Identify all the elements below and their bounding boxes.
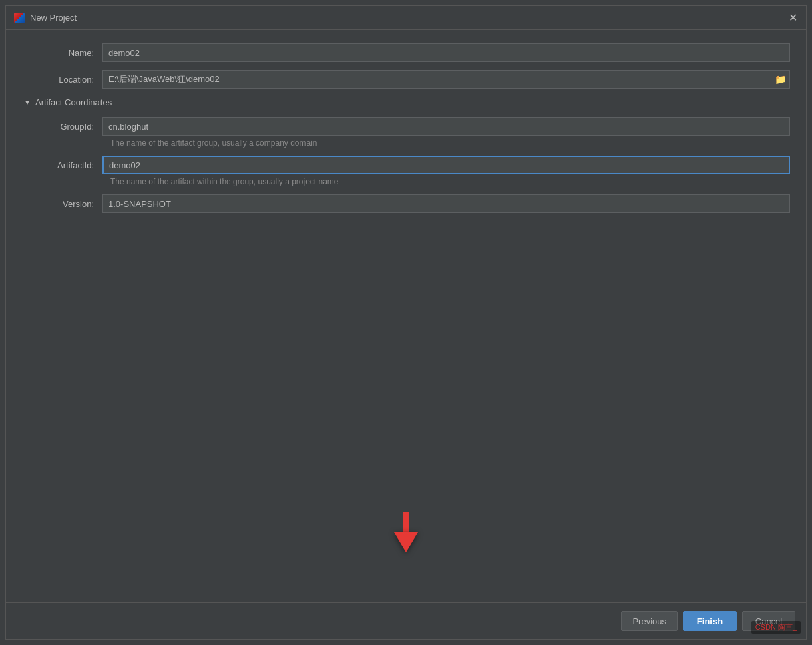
collapse-arrow-icon: ▼ [22, 97, 33, 108]
groupid-label: GroupId: [22, 122, 102, 132]
browse-folder-button[interactable]: 📁 [772, 73, 789, 86]
arrow-indicator [394, 512, 418, 552]
artifactid-hint: The name of the artifact within the grou… [110, 177, 790, 186]
artifactid-label: ArtifactId: [22, 160, 102, 170]
red-arrow-icon [394, 532, 418, 552]
close-button[interactable]: ✕ [787, 13, 798, 23]
groupid-input[interactable] [102, 117, 790, 136]
groupid-hint: The name of the artifact group, usually … [110, 138, 790, 148]
artifactid-row: ArtifactId: [22, 156, 790, 174]
location-input[interactable] [102, 70, 790, 89]
app-icon [14, 13, 25, 23]
previous-button[interactable]: Previous [621, 611, 678, 631]
title-bar: New Project ✕ [6, 6, 806, 30]
dialog-overlay: New Project ✕ Name: Location: 📁 ▼ [0, 0, 812, 645]
cancel-button[interactable]: Cancel [742, 611, 795, 631]
finish-button[interactable]: Finish [683, 611, 737, 631]
name-input[interactable] [102, 43, 790, 62]
location-input-wrapper: 📁 [102, 70, 790, 89]
artifact-coordinates-section-header[interactable]: ▼ Artifact Coordinates [22, 97, 790, 108]
name-row: Name: [22, 43, 790, 62]
name-label: Name: [22, 48, 102, 58]
artifactid-input[interactable] [102, 156, 790, 174]
groupid-row: GroupId: [22, 117, 790, 136]
version-row: Version: [22, 194, 790, 213]
dialog-title: New Project [30, 13, 77, 23]
title-bar-left: New Project [14, 13, 77, 23]
location-label: Location: [22, 75, 102, 85]
artifact-coordinates-title: Artifact Coordinates [35, 97, 112, 108]
new-project-dialog: New Project ✕ Name: Location: 📁 ▼ [5, 5, 807, 640]
arrow-stem [403, 512, 409, 532]
location-row: Location: 📁 [22, 70, 790, 89]
version-input[interactable] [102, 194, 790, 213]
dialog-footer: Previous Finish Cancel [6, 602, 806, 639]
version-label: Version: [22, 199, 102, 209]
